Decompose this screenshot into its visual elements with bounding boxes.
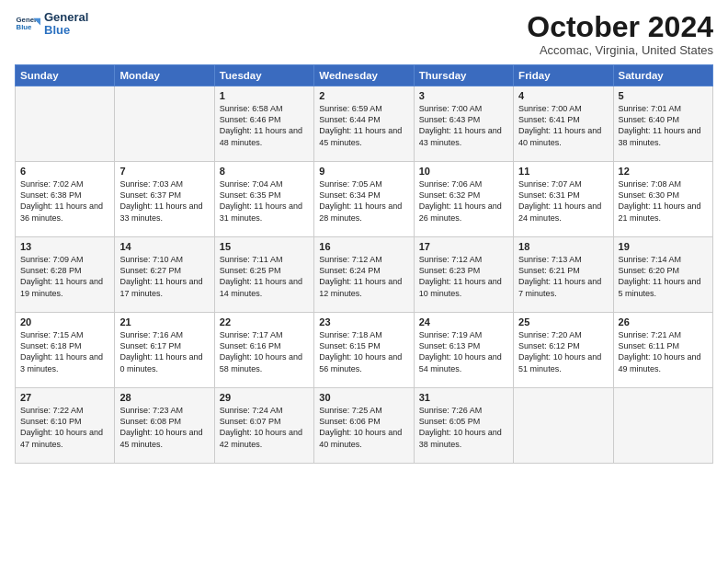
cell-info: Sunrise: 7:13 AM Sunset: 6:21 PM Dayligh…	[518, 254, 608, 299]
calendar-cell: 15Sunrise: 7:11 AM Sunset: 6:25 PM Dayli…	[214, 237, 313, 313]
cell-info: Sunrise: 7:09 AM Sunset: 6:28 PM Dayligh…	[20, 254, 109, 299]
cell-info: Sunrise: 7:06 AM Sunset: 6:32 PM Dayligh…	[419, 178, 508, 224]
calendar-cell: 17Sunrise: 7:12 AM Sunset: 6:23 PM Dayli…	[414, 237, 513, 313]
day-number: 5	[619, 90, 708, 101]
cell-info: Sunrise: 7:24 AM Sunset: 6:07 PM Dayligh…	[220, 405, 309, 450]
calendar-cell: 19Sunrise: 7:14 AM Sunset: 6:20 PM Dayli…	[613, 237, 712, 313]
day-number: 25	[518, 316, 608, 327]
day-header-sunday: Sunday	[16, 65, 115, 86]
cell-info: Sunrise: 7:10 AM Sunset: 6:27 PM Dayligh…	[119, 254, 209, 299]
calendar-cell: 26Sunrise: 7:21 AM Sunset: 6:11 PM Dayli…	[613, 313, 712, 388]
day-number: 6	[20, 166, 109, 177]
cell-info: Sunrise: 7:03 AM Sunset: 6:37 PM Dayligh…	[119, 178, 209, 224]
title-block: October 2024 Accomac, Virginia, United S…	[527, 11, 713, 57]
week-row-5: 27Sunrise: 7:22 AM Sunset: 6:10 PM Dayli…	[16, 388, 713, 464]
calendar-cell: 2Sunrise: 6:59 AM Sunset: 6:44 PM Daylig…	[314, 86, 414, 162]
day-number: 28	[119, 392, 209, 403]
calendar-cell: 18Sunrise: 7:13 AM Sunset: 6:21 PM Dayli…	[514, 237, 613, 313]
calendar-cell	[514, 388, 613, 464]
calendar-cell: 4Sunrise: 7:00 AM Sunset: 6:41 PM Daylig…	[514, 86, 613, 162]
calendar-cell: 30Sunrise: 7:25 AM Sunset: 6:06 PM Dayli…	[314, 388, 414, 464]
calendar-cell: 25Sunrise: 7:20 AM Sunset: 6:12 PM Dayli…	[514, 313, 613, 388]
calendar-cell: 16Sunrise: 7:12 AM Sunset: 6:24 PM Dayli…	[314, 237, 414, 313]
cell-info: Sunrise: 6:59 AM Sunset: 6:44 PM Dayligh…	[319, 103, 408, 148]
cell-info: Sunrise: 7:21 AM Sunset: 6:11 PM Dayligh…	[619, 329, 708, 374]
day-number: 3	[419, 90, 508, 101]
day-number: 27	[20, 392, 109, 403]
day-number: 18	[518, 241, 608, 252]
day-number: 24	[419, 316, 508, 327]
calendar-cell: 6Sunrise: 7:02 AM Sunset: 6:38 PM Daylig…	[16, 162, 115, 237]
logo-text-general: General	[44, 11, 88, 24]
cell-info: Sunrise: 7:12 AM Sunset: 6:24 PM Dayligh…	[319, 254, 408, 299]
day-number: 19	[619, 241, 708, 252]
day-number: 7	[119, 166, 209, 177]
day-number: 2	[319, 90, 408, 101]
day-number: 31	[419, 392, 508, 403]
calendar-table: SundayMondayTuesdayWednesdayThursdayFrid…	[15, 64, 713, 464]
cell-info: Sunrise: 7:14 AM Sunset: 6:20 PM Dayligh…	[619, 254, 708, 299]
day-number: 23	[319, 316, 408, 327]
week-row-4: 20Sunrise: 7:15 AM Sunset: 6:18 PM Dayli…	[16, 313, 713, 388]
calendar-cell: 21Sunrise: 7:16 AM Sunset: 6:17 PM Dayli…	[115, 313, 214, 388]
day-header-wednesday: Wednesday	[314, 65, 414, 86]
header: General Blue General Blue October 2024 A…	[15, 11, 713, 57]
cell-info: Sunrise: 7:00 AM Sunset: 6:43 PM Dayligh…	[419, 103, 508, 148]
cell-info: Sunrise: 7:17 AM Sunset: 6:16 PM Dayligh…	[220, 329, 309, 374]
calendar-cell: 10Sunrise: 7:06 AM Sunset: 6:32 PM Dayli…	[414, 162, 513, 237]
calendar-cell: 24Sunrise: 7:19 AM Sunset: 6:13 PM Dayli…	[414, 313, 513, 388]
day-header-thursday: Thursday	[414, 65, 513, 86]
calendar-cell: 9Sunrise: 7:05 AM Sunset: 6:34 PM Daylig…	[314, 162, 414, 237]
day-number: 1	[220, 90, 309, 101]
calendar-cell: 8Sunrise: 7:04 AM Sunset: 6:35 PM Daylig…	[214, 162, 313, 237]
cell-info: Sunrise: 7:25 AM Sunset: 6:06 PM Dayligh…	[319, 405, 408, 450]
cell-info: Sunrise: 7:20 AM Sunset: 6:12 PM Dayligh…	[518, 329, 608, 374]
month-title: October 2024	[527, 11, 713, 43]
cell-info: Sunrise: 7:07 AM Sunset: 6:31 PM Dayligh…	[518, 178, 608, 224]
cell-info: Sunrise: 7:05 AM Sunset: 6:34 PM Dayligh…	[319, 178, 408, 224]
calendar-cell: 12Sunrise: 7:08 AM Sunset: 6:30 PM Dayli…	[613, 162, 712, 237]
week-row-2: 6Sunrise: 7:02 AM Sunset: 6:38 PM Daylig…	[16, 162, 713, 237]
calendar-cell	[613, 388, 712, 464]
day-number: 26	[619, 316, 708, 327]
day-number: 12	[619, 166, 708, 177]
calendar-cell: 5Sunrise: 7:01 AM Sunset: 6:40 PM Daylig…	[613, 86, 712, 162]
cell-info: Sunrise: 7:22 AM Sunset: 6:10 PM Dayligh…	[20, 405, 109, 450]
day-number: 22	[220, 316, 309, 327]
cell-info: Sunrise: 7:26 AM Sunset: 6:05 PM Dayligh…	[419, 405, 508, 450]
day-number: 21	[119, 316, 209, 327]
day-number: 16	[319, 241, 408, 252]
cell-info: Sunrise: 7:08 AM Sunset: 6:30 PM Dayligh…	[619, 178, 708, 224]
day-number: 13	[20, 241, 109, 252]
calendar-cell: 14Sunrise: 7:10 AM Sunset: 6:27 PM Dayli…	[115, 237, 214, 313]
day-number: 17	[419, 241, 508, 252]
calendar-cell: 7Sunrise: 7:03 AM Sunset: 6:37 PM Daylig…	[115, 162, 214, 237]
calendar-cell: 23Sunrise: 7:18 AM Sunset: 6:15 PM Dayli…	[314, 313, 414, 388]
calendar-cell	[115, 86, 214, 162]
calendar-cell: 13Sunrise: 7:09 AM Sunset: 6:28 PM Dayli…	[16, 237, 115, 313]
cell-info: Sunrise: 7:16 AM Sunset: 6:17 PM Dayligh…	[119, 329, 209, 374]
calendar-cell: 22Sunrise: 7:17 AM Sunset: 6:16 PM Dayli…	[214, 313, 313, 388]
day-number: 10	[419, 166, 508, 177]
day-number: 15	[220, 241, 309, 252]
cell-info: Sunrise: 7:01 AM Sunset: 6:40 PM Dayligh…	[619, 103, 708, 148]
calendar-cell	[16, 86, 115, 162]
day-number: 30	[319, 392, 408, 403]
logo: General Blue General Blue	[15, 11, 88, 38]
day-header-tuesday: Tuesday	[214, 65, 313, 86]
week-row-3: 13Sunrise: 7:09 AM Sunset: 6:28 PM Dayli…	[16, 237, 713, 313]
day-number: 8	[220, 166, 309, 177]
day-header-saturday: Saturday	[613, 65, 712, 86]
logo-text-blue: Blue	[44, 24, 88, 37]
week-row-1: 1Sunrise: 6:58 AM Sunset: 6:46 PM Daylig…	[16, 86, 713, 162]
day-number: 14	[119, 241, 209, 252]
cell-info: Sunrise: 7:04 AM Sunset: 6:35 PM Dayligh…	[220, 178, 309, 224]
day-number: 9	[319, 166, 408, 177]
day-header-friday: Friday	[514, 65, 613, 86]
cell-info: Sunrise: 6:58 AM Sunset: 6:46 PM Dayligh…	[220, 103, 309, 148]
calendar-cell: 3Sunrise: 7:00 AM Sunset: 6:43 PM Daylig…	[414, 86, 513, 162]
cell-info: Sunrise: 7:02 AM Sunset: 6:38 PM Dayligh…	[20, 178, 109, 224]
day-header-monday: Monday	[115, 65, 214, 86]
cell-info: Sunrise: 7:23 AM Sunset: 6:08 PM Dayligh…	[119, 405, 209, 450]
cell-info: Sunrise: 7:19 AM Sunset: 6:13 PM Dayligh…	[419, 329, 508, 374]
